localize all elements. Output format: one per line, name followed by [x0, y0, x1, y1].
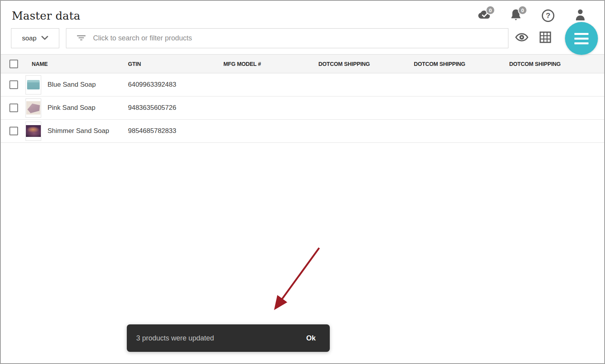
column-header-mfg-model[interactable]: MFG MODEL # — [223, 60, 313, 67]
product-gtin: 6409963392483 — [128, 81, 223, 89]
product-thumbnail — [26, 75, 41, 95]
preview-button[interactable] — [515, 32, 528, 44]
filter-bar: soap — [1, 28, 604, 54]
product-gtin: 9483635605726 — [128, 104, 223, 112]
select-all-checkbox[interactable] — [9, 60, 18, 68]
notifications-badge: 0 — [518, 5, 527, 15]
category-dropdown[interactable]: soap — [11, 28, 59, 48]
table-row[interactable]: Pink Sand Soap 9483635605726 — [1, 96, 604, 120]
search-input[interactable] — [93, 29, 508, 48]
table-row[interactable]: Shimmer Sand Soap 9854685782833 — [1, 120, 604, 143]
notifications-button[interactable]: 0 — [508, 9, 523, 23]
toast-ok-button[interactable]: Ok — [306, 334, 316, 342]
product-thumbnail — [26, 122, 41, 141]
app-window: Master data 0 0 — [0, 0, 605, 364]
product-name: Blue Sand Soap — [48, 81, 96, 89]
grid-view-button[interactable] — [539, 32, 552, 44]
product-gtin: 9854685782833 — [128, 127, 223, 135]
row-checkbox[interactable] — [9, 80, 18, 89]
page-title: Master data — [12, 9, 80, 22]
column-header-dotcom-shipping-1[interactable]: DOTCOM SHIPPING — [318, 60, 408, 67]
help-icon: ? — [542, 9, 554, 22]
column-header-dotcom-shipping-2[interactable]: DOTCOM SHIPPING — [414, 60, 503, 67]
column-header-dotcom-shipping-3[interactable]: DOTCOM SHIPPING — [509, 60, 598, 67]
sync-status-button[interactable]: 0 — [476, 9, 491, 23]
eye-icon — [515, 33, 528, 44]
toast-notification: 3 products were updated Ok — [127, 324, 330, 352]
products-table: NAME GTIN MFG MODEL # DOTCOM SHIPPING DO… — [1, 54, 604, 143]
product-name: Shimmer Sand Soap — [48, 127, 109, 135]
column-header-gtin[interactable]: GTIN — [128, 60, 218, 67]
hamburger-icon — [574, 33, 589, 44]
row-checkbox[interactable] — [9, 104, 18, 112]
column-header-name[interactable]: NAME — [24, 60, 122, 67]
person-icon — [574, 8, 587, 23]
search-box — [66, 28, 508, 48]
top-icon-group: 0 0 ? — [476, 9, 593, 23]
table-header-row: NAME GTIN MFG MODEL # DOTCOM SHIPPING DO… — [1, 54, 604, 73]
filter-lines-icon — [77, 34, 86, 43]
chevron-down-icon — [41, 35, 48, 42]
table-row[interactable]: Blue Sand Soap 6409963392483 — [1, 73, 604, 96]
grid-icon — [539, 31, 551, 45]
sync-badge: 0 — [486, 5, 495, 15]
product-thumbnail — [26, 98, 41, 118]
top-bar: Master data 0 0 — [1, 1, 604, 28]
toast-message: 3 products were updated — [136, 334, 214, 342]
product-name: Pink Sand Soap — [48, 104, 95, 112]
category-dropdown-value: soap — [22, 35, 37, 42]
menu-fab-button[interactable] — [565, 22, 598, 55]
row-checkbox[interactable] — [9, 127, 18, 135]
help-button[interactable]: ? — [541, 9, 556, 23]
account-button[interactable] — [573, 9, 588, 23]
